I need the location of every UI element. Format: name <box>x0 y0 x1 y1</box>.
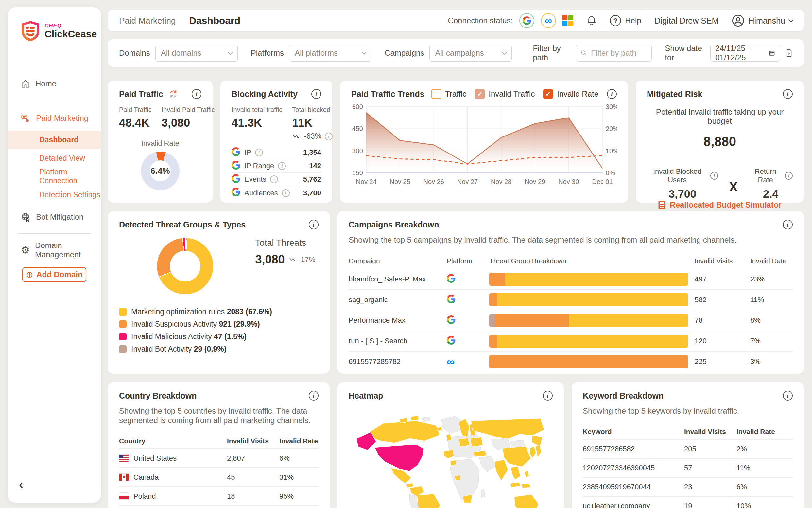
question-icon: ? <box>610 15 621 26</box>
checkbox-invalid-rate-icon[interactable] <box>543 89 553 99</box>
legend-invalid-rate[interactable]: Invalid Rate <box>543 89 599 99</box>
breadcrumb-section[interactable]: Paid Marketing <box>119 16 176 26</box>
table-row[interactable]: uc+leather+company 19 10% <box>583 496 793 508</box>
sidebar-item-platform-connection[interactable]: Platform Connection <box>8 167 101 185</box>
canada-flag-icon <box>119 474 129 480</box>
bar-segment-orange <box>489 293 497 306</box>
clickcease-shield-icon <box>20 20 41 42</box>
path-filter-input[interactable] <box>590 48 647 58</box>
invalid-rate: 7% <box>750 337 793 345</box>
info-icon[interactable]: i <box>325 133 333 140</box>
return-rate-factor: Return Rate i 2.4 <box>749 167 793 200</box>
map-africa <box>450 459 479 502</box>
info-icon[interactable]: i <box>607 89 617 99</box>
campaigns-breakdown-card: Campaigns Breakdown i Showing the top 5 … <box>337 211 804 374</box>
bar-segment-orange <box>489 335 497 348</box>
table-row[interactable]: 120207273346390045 57 11% <box>583 458 793 477</box>
table-row[interactable]: 6915577285782 ∞ 225 3% <box>349 351 793 372</box>
info-icon[interactable]: i <box>783 220 793 229</box>
sidebar-item-paid-marketing[interactable]: Paid Marketing <box>8 110 101 126</box>
info-icon[interactable]: i <box>309 220 319 229</box>
legend-swatch <box>119 308 127 315</box>
google-connection-icon[interactable] <box>519 13 534 28</box>
info-icon[interactable]: i <box>543 391 553 400</box>
info-icon[interactable]: i <box>192 89 201 99</box>
table-row[interactable]: sag_organic 582 11% <box>349 289 793 310</box>
bar-segment-orange <box>489 355 688 368</box>
info-icon[interactable]: i <box>783 391 793 400</box>
table-row[interactable]: Performance Max 78 8% <box>349 310 793 331</box>
sidebar-item-dashboard[interactable]: Dashboard <box>8 131 101 149</box>
threat-types-donut[interactable] <box>157 238 213 294</box>
info-icon[interactable]: i <box>309 391 319 400</box>
add-domain-button[interactable]: ⊕ Add Domain <box>22 267 86 282</box>
column-header: Invalid Rate <box>736 428 793 436</box>
info-icon[interactable]: i <box>783 89 793 99</box>
legend-traffic[interactable]: Traffic <box>431 89 466 99</box>
column-header: Invalid Rate <box>750 257 793 265</box>
trends-chart[interactable]: 1503004506000%10%20%30%Nov 24Nov 25Nov 2… <box>351 103 617 195</box>
microsoft-icon[interactable] <box>563 15 573 26</box>
checkbox-traffic-icon[interactable] <box>431 89 441 99</box>
table-row[interactable]: run - [ S ] - Search 120 7% <box>349 331 793 351</box>
info-icon[interactable]: i <box>282 189 290 197</box>
meta-connection-icon[interactable]: ∞ <box>541 13 556 28</box>
table-row[interactable]: bbandfco_ Sales-P. Max 497 23% <box>349 269 793 289</box>
legend-invalid-traffic[interactable]: Invalid Traffic <box>475 89 535 99</box>
platforms-select[interactable]: All platforms <box>289 44 372 61</box>
calculator-icon <box>658 200 666 210</box>
legend-swatch <box>119 345 127 353</box>
date-range-picker[interactable]: 24/11/25 - 01/12/25 <box>710 44 780 61</box>
chevron-down-icon <box>502 50 507 55</box>
threat-breakdown-bar <box>489 293 688 306</box>
stat-value: 41.3K <box>232 116 282 129</box>
refresh-icon[interactable] <box>169 89 178 99</box>
column-header: Invalid Rate <box>279 437 319 445</box>
paid-traffic-title: Paid Traffic <box>119 89 163 99</box>
organization-name[interactable]: Digital Drew SEM <box>655 16 719 26</box>
brand-cheq: CHEQ <box>44 23 97 29</box>
table-row[interactable] <box>119 505 319 508</box>
table-row[interactable]: Canada 45 31% <box>119 467 319 486</box>
column-header: Country <box>119 437 227 445</box>
domains-select[interactable]: All domains <box>155 44 238 61</box>
info-icon[interactable]: i <box>311 89 321 99</box>
help-button[interactable]: ? Help <box>610 15 641 26</box>
table-row[interactable]: Poland 18 95% <box>119 486 319 505</box>
world-heatmap[interactable] <box>349 409 553 508</box>
info-icon[interactable]: i <box>278 162 286 170</box>
table-row[interactable]: 23854095919670044 23 6% <box>583 477 793 496</box>
svg-text:300: 300 <box>352 147 363 155</box>
map-china <box>503 447 531 467</box>
sidebar-item-home[interactable]: Home <box>8 76 101 92</box>
bell-icon[interactable] <box>587 15 596 26</box>
sidebar-item-domain-management[interactable]: ⚙ Domain Management <box>8 242 101 258</box>
sidebar-item-detailed-view[interactable]: Detailed View <box>8 149 101 167</box>
keyword: uc+leather+company <box>583 502 684 508</box>
column-header: Campaign <box>349 257 447 265</box>
threat-breakdown-bar <box>489 314 688 327</box>
campaigns-label: Campaigns <box>385 48 424 57</box>
legend-swatch <box>119 333 127 340</box>
campaigns-select[interactable]: All campaigns <box>429 44 512 61</box>
row-value: 5,762 <box>303 175 321 184</box>
user-menu[interactable]: Himanshu <box>732 14 793 27</box>
info-icon[interactable]: i <box>255 149 263 157</box>
info-icon[interactable]: i <box>270 175 278 183</box>
sidebar-item-detection-settings[interactable]: Detection Settings <box>8 185 101 204</box>
brand-name: ClickCease <box>44 29 97 40</box>
sidebar-item-bot-mitigation[interactable]: Bot Mitigation <box>8 209 101 225</box>
info-icon[interactable]: i <box>785 172 793 180</box>
sidebar-subitem-label: Detection Settings <box>39 190 100 199</box>
info-icon[interactable]: i <box>710 172 718 180</box>
reallocated-budget-simulator-link[interactable]: Reallocated Budget Simulator <box>647 200 793 211</box>
svg-text:Nov 30: Nov 30 <box>558 178 579 185</box>
sidebar-collapse-button[interactable]: ‹ <box>19 478 23 491</box>
export-icon[interactable] <box>785 48 793 58</box>
checkbox-invalid-traffic-icon[interactable] <box>475 89 485 99</box>
table-row[interactable]: 6915577286582 205 2% <box>583 439 793 458</box>
blocking-activity-title: Blocking Activity <box>232 89 298 99</box>
heatmap-card: Heatmap i <box>337 382 564 508</box>
row-value: 1,354 <box>303 148 321 157</box>
table-row[interactable]: United States 2,807 6% <box>119 449 319 467</box>
